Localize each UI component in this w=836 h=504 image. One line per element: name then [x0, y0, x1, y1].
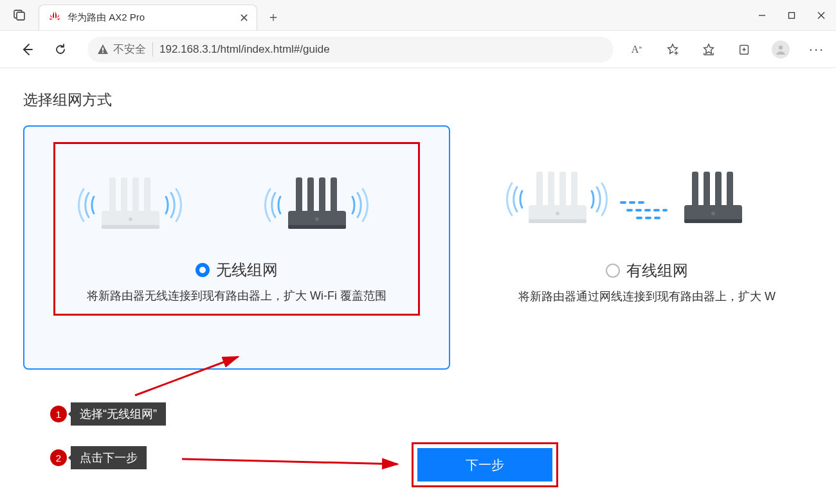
- svg-rect-36: [571, 172, 577, 207]
- option-wired-label: 有线组网: [626, 260, 688, 281]
- nav-back-button[interactable]: [14, 37, 40, 62]
- favorite-add-icon[interactable]: [659, 37, 687, 62]
- option-wired-desc: 将新路由器通过网线连接到现有路由器上，扩大 W: [499, 289, 795, 304]
- new-tab-button[interactable]: ＋: [264, 7, 283, 26]
- svg-rect-8: [102, 51, 104, 53]
- svg-rect-21: [132, 177, 139, 213]
- option-wireless-desc: 将新路由器无线连接到现有路由器上，扩大 Wi-Fi 覆盖范围: [58, 288, 415, 303]
- svg-rect-31: [288, 225, 346, 229]
- svg-rect-20: [121, 177, 127, 213]
- browser-titlebar: 华为路由 AX2 Pro ✕ ＋: [0, 0, 836, 31]
- svg-rect-33: [536, 172, 543, 207]
- wired-illustration: [499, 158, 795, 241]
- next-button[interactable]: 下一步: [417, 448, 552, 482]
- tab-actions-icon[interactable]: [9, 4, 30, 25]
- browser-tab[interactable]: 华为路由 AX2 Pro ✕: [39, 4, 257, 30]
- insecure-site-icon: [96, 43, 109, 56]
- window-close-button[interactable]: [806, 0, 836, 31]
- svg-point-18: [779, 45, 783, 49]
- favorites-icon[interactable]: [695, 37, 723, 62]
- svg-rect-24: [102, 225, 159, 229]
- svg-rect-48: [684, 219, 742, 223]
- page-content: 选择组网方式: [0, 68, 836, 370]
- svg-rect-1: [17, 12, 24, 20]
- annotation-text-2: 点击下一步: [71, 446, 147, 469]
- svg-line-50: [135, 357, 238, 395]
- svg-rect-43: [692, 172, 698, 207]
- svg-rect-46: [727, 172, 733, 207]
- radio-wired[interactable]: [606, 264, 620, 278]
- window-maximize-button[interactable]: [777, 0, 806, 31]
- tab-close-icon[interactable]: ✕: [239, 11, 249, 25]
- svg-rect-35: [559, 172, 566, 207]
- profile-button[interactable]: [767, 37, 795, 62]
- annotation-highlight-box: 无线组网 将新路由器无线连接到现有路由器上，扩大 Wi-Fi 覆盖范围: [53, 142, 420, 316]
- svg-point-32: [315, 217, 319, 221]
- svg-line-51: [182, 459, 397, 464]
- svg-point-49: [711, 212, 715, 215]
- svg-rect-7: [102, 48, 104, 51]
- huawei-favicon-icon: [48, 10, 61, 26]
- collections-icon[interactable]: [731, 37, 759, 62]
- svg-rect-22: [144, 177, 150, 213]
- svg-rect-45: [715, 172, 722, 207]
- svg-rect-19: [109, 177, 116, 213]
- separator: [152, 42, 153, 57]
- svg-rect-27: [307, 177, 314, 213]
- insecure-label: 不安全: [113, 42, 146, 57]
- option-card-wired[interactable]: 有线组网 将新路由器通过网线连接到现有路由器上，扩大 W: [481, 125, 813, 370]
- option-card-wireless[interactable]: 无线组网 将新路由器无线连接到现有路由器上，扩大 Wi-Fi 覆盖范围: [23, 125, 450, 370]
- svg-point-25: [129, 217, 132, 221]
- svg-point-39: [556, 212, 559, 215]
- address-bar[interactable]: 不安全 192.168.3.1/html/index.html#/guide: [87, 37, 613, 62]
- tab-title: 华为路由 AX2 Pro: [68, 12, 145, 24]
- svg-rect-38: [529, 219, 586, 223]
- option-wireless-label: 无线组网: [216, 260, 278, 280]
- browser-navbar: 不安全 192.168.3.1/html/index.html#/guide A…: [0, 31, 836, 68]
- more-menu-button[interactable]: ···: [803, 37, 831, 62]
- svg-rect-29: [331, 177, 337, 213]
- svg-rect-34: [548, 172, 554, 207]
- window-minimize-button[interactable]: [747, 0, 777, 31]
- avatar-icon: [772, 40, 790, 59]
- svg-rect-28: [319, 177, 325, 213]
- window-controls: [747, 0, 836, 31]
- read-aloud-icon[interactable]: A»: [622, 37, 651, 62]
- page-title: 选择组网方式: [23, 90, 813, 110]
- nav-refresh-button[interactable]: [48, 37, 73, 62]
- radio-wireless[interactable]: [195, 263, 210, 277]
- wireless-illustration: [58, 163, 415, 240]
- annotation-arrow-1: [129, 350, 257, 402]
- url-text: 192.168.3.1/html/index.html#/guide: [159, 43, 330, 56]
- annotation-step-2: 2 点击下一步: [50, 446, 147, 469]
- svg-rect-26: [296, 177, 302, 213]
- annotation-highlight-next: 下一步: [412, 442, 558, 487]
- annotation-step-1: 1 选择“无线组网”: [50, 402, 166, 426]
- annotation-arrow-2: [179, 450, 410, 476]
- annotation-text-1: 选择“无线组网”: [71, 402, 166, 426]
- svg-rect-44: [704, 172, 710, 207]
- svg-rect-3: [789, 13, 795, 19]
